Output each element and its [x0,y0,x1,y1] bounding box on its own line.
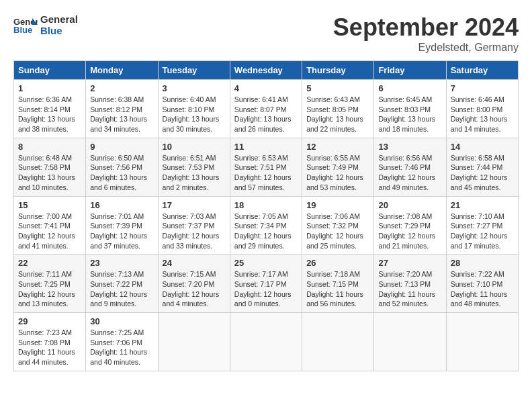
day-number: 11 [234,142,298,152]
table-row: 25Sunrise: 7:17 AMSunset: 7:17 PMDayligh… [230,255,302,313]
table-row: 2Sunrise: 6:38 AMSunset: 8:12 PMDaylight… [86,80,158,138]
day-number: 28 [451,258,514,268]
svg-text:Blue: Blue [13,25,32,34]
day-info: Sunrise: 6:55 AMSunset: 7:49 PMDaylight:… [306,153,369,193]
day-number: 13 [378,142,441,152]
day-info: Sunrise: 7:11 AMSunset: 7:25 PMDaylight:… [18,269,81,309]
day-info: Sunrise: 7:25 AMSunset: 7:06 PMDaylight:… [90,328,153,367]
day-number: 19 [306,200,369,210]
table-row: 15Sunrise: 7:00 AMSunset: 7:41 PMDayligh… [14,196,86,255]
day-info: Sunrise: 7:00 AMSunset: 7:41 PMDaylight:… [18,212,81,251]
table-row: 1Sunrise: 6:36 AMSunset: 8:14 PMDaylight… [14,80,86,138]
day-number: 4 [234,83,298,93]
days-header-row: Sunday Monday Tuesday Wednesday Thursday… [14,61,519,80]
table-row: 20Sunrise: 7:08 AMSunset: 7:29 PMDayligh… [374,196,446,255]
calendar-week-row: 22Sunrise: 7:11 AMSunset: 7:25 PMDayligh… [14,255,519,313]
day-number: 14 [451,142,514,152]
table-row: 24Sunrise: 7:15 AMSunset: 7:20 PMDayligh… [158,255,230,313]
day-info: Sunrise: 6:46 AMSunset: 8:00 PMDaylight:… [451,95,514,134]
table-row: 7Sunrise: 6:46 AMSunset: 8:00 PMDaylight… [446,80,518,138]
day-info: Sunrise: 6:36 AMSunset: 8:14 PMDaylight:… [18,95,81,134]
logo: General Blue General Blue [13,13,78,36]
calendar-week-row: 1Sunrise: 6:36 AMSunset: 8:14 PMDaylight… [14,80,519,138]
day-info: Sunrise: 6:43 AMSunset: 8:05 PMDaylight:… [306,95,369,134]
day-info: Sunrise: 7:20 AMSunset: 7:13 PMDaylight:… [378,269,441,309]
day-number: 2 [90,83,153,93]
day-info: Sunrise: 7:15 AMSunset: 7:20 PMDaylight:… [163,269,226,309]
table-row: 14Sunrise: 6:58 AMSunset: 7:44 PMDayligh… [446,138,518,196]
day-number: 23 [90,258,153,268]
table-row [446,313,518,371]
day-number: 17 [163,200,226,210]
table-row [374,313,446,371]
day-number: 3 [163,83,226,93]
day-info: Sunrise: 7:23 AMSunset: 7:08 PMDaylight:… [18,328,81,367]
table-row: 3Sunrise: 6:40 AMSunset: 8:10 PMDaylight… [158,80,230,138]
header-saturday: Saturday [446,61,518,80]
table-row [158,313,230,371]
header-friday: Friday [374,61,446,80]
day-info: Sunrise: 6:45 AMSunset: 8:03 PMDaylight:… [378,95,441,134]
table-row: 12Sunrise: 6:55 AMSunset: 7:49 PMDayligh… [302,138,374,196]
day-info: Sunrise: 6:56 AMSunset: 7:46 PMDaylight:… [378,153,441,193]
logo-icon: General Blue [13,15,38,34]
header-monday: Monday [86,61,158,80]
day-number: 30 [90,316,153,326]
month-title: September 2024 [333,13,519,42]
header-wednesday: Wednesday [230,61,302,80]
table-row: 13Sunrise: 6:56 AMSunset: 7:46 PMDayligh… [374,138,446,196]
day-number: 5 [306,83,369,93]
calendar-week-row: 29Sunrise: 7:23 AMSunset: 7:08 PMDayligh… [14,313,519,371]
table-row: 26Sunrise: 7:18 AMSunset: 7:15 PMDayligh… [302,255,374,313]
calendar-week-row: 15Sunrise: 7:00 AMSunset: 7:41 PMDayligh… [14,196,519,255]
day-number: 21 [451,200,514,210]
day-info: Sunrise: 7:01 AMSunset: 7:39 PMDaylight:… [90,212,153,251]
header-tuesday: Tuesday [158,61,230,80]
day-info: Sunrise: 7:13 AMSunset: 7:22 PMDaylight:… [90,269,153,309]
title-block: September 2024 Eydelstedt, Germany [333,13,519,54]
header-sunday: Sunday [14,61,86,80]
table-row: 19Sunrise: 7:06 AMSunset: 7:32 PMDayligh… [302,196,374,255]
table-row [230,313,302,371]
day-info: Sunrise: 6:51 AMSunset: 7:53 PMDaylight:… [163,153,226,193]
table-row: 10Sunrise: 6:51 AMSunset: 7:53 PMDayligh… [158,138,230,196]
day-info: Sunrise: 7:17 AMSunset: 7:17 PMDaylight:… [234,269,298,309]
logo-general-text: General [40,13,78,25]
table-row: 4Sunrise: 6:41 AMSunset: 8:07 PMDaylight… [230,80,302,138]
day-info: Sunrise: 7:18 AMSunset: 7:15 PMDaylight:… [306,269,369,309]
day-info: Sunrise: 6:53 AMSunset: 7:51 PMDaylight:… [234,153,298,193]
day-number: 22 [18,258,81,268]
table-row: 21Sunrise: 7:10 AMSunset: 7:27 PMDayligh… [446,196,518,255]
day-number: 18 [234,200,298,210]
calendar-table: Sunday Monday Tuesday Wednesday Thursday… [13,60,519,371]
table-row: 18Sunrise: 7:05 AMSunset: 7:34 PMDayligh… [230,196,302,255]
day-info: Sunrise: 6:48 AMSunset: 7:58 PMDaylight:… [18,153,81,193]
day-info: Sunrise: 7:22 AMSunset: 7:10 PMDaylight:… [451,269,514,309]
day-info: Sunrise: 7:06 AMSunset: 7:32 PMDaylight:… [306,212,369,251]
table-row: 22Sunrise: 7:11 AMSunset: 7:25 PMDayligh… [14,255,86,313]
day-info: Sunrise: 6:40 AMSunset: 8:10 PMDaylight:… [163,95,226,134]
day-number: 8 [18,142,81,152]
table-row: 30Sunrise: 7:25 AMSunset: 7:06 PMDayligh… [86,313,158,371]
day-number: 10 [163,142,226,152]
day-number: 26 [306,258,369,268]
location: Eydelstedt, Germany [333,42,519,54]
calendar-week-row: 8Sunrise: 6:48 AMSunset: 7:58 PMDaylight… [14,138,519,196]
table-row [302,313,374,371]
table-row: 27Sunrise: 7:20 AMSunset: 7:13 PMDayligh… [374,255,446,313]
table-row: 9Sunrise: 6:50 AMSunset: 7:56 PMDaylight… [86,138,158,196]
table-row: 16Sunrise: 7:01 AMSunset: 7:39 PMDayligh… [86,196,158,255]
table-row: 5Sunrise: 6:43 AMSunset: 8:05 PMDaylight… [302,80,374,138]
table-row: 23Sunrise: 7:13 AMSunset: 7:22 PMDayligh… [86,255,158,313]
day-info: Sunrise: 6:50 AMSunset: 7:56 PMDaylight:… [90,153,153,193]
day-number: 15 [18,200,81,210]
page-header: General Blue General Blue September 2024… [13,13,519,54]
day-info: Sunrise: 7:10 AMSunset: 7:27 PMDaylight:… [451,212,514,251]
day-number: 9 [90,142,153,152]
day-number: 29 [18,316,81,326]
day-number: 24 [163,258,226,268]
day-number: 7 [451,83,514,93]
day-info: Sunrise: 7:08 AMSunset: 7:29 PMDaylight:… [378,212,441,251]
table-row: 28Sunrise: 7:22 AMSunset: 7:10 PMDayligh… [446,255,518,313]
day-number: 25 [234,258,298,268]
